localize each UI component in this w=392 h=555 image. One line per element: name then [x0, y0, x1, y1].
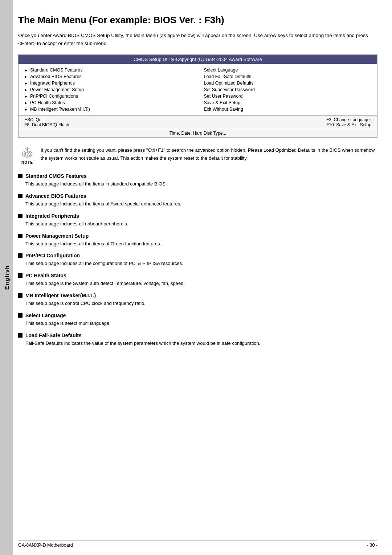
- arrow-icon: ►: [24, 101, 28, 105]
- section-standard-cmos: Standard CMOS Features This setup page i…: [18, 173, 377, 188]
- bullet-icon: [18, 174, 23, 178]
- section-desc-pc-health: This setup page is the System auto detec…: [25, 280, 377, 287]
- bullet-icon: [18, 214, 23, 218]
- bios-footer-right: F3: Change Language F10: Save & Exit Set…: [326, 117, 371, 127]
- arrow-icon: ►: [24, 94, 28, 98]
- bios-footer-left: ESC: Quit F8: Dual BIOS/Q-Flash: [24, 117, 69, 127]
- arrow-icon: ►: [24, 81, 28, 85]
- bios-item-pnp: ►PnP/PCI Configurations: [24, 93, 192, 99]
- svg-point-2: [25, 153, 29, 155]
- bios-bottom: Time, Date, Hard Disk Type...: [19, 129, 377, 137]
- section-desc-standard-cmos: This setup page includes all the items i…: [25, 180, 377, 188]
- bios-item-standard-cmos: ►Standard CMOS Features: [24, 67, 192, 73]
- note-box: NOTE If you can't find the setting you w…: [18, 146, 377, 164]
- bullet-icon: [18, 253, 23, 258]
- bios-screenshot: CMOS Setup Utility-Copyright (C) 1984-20…: [18, 54, 377, 138]
- bios-right-optimized: Load Optimized Defaults: [204, 80, 372, 86]
- section-desc-fail-safe: Fail-Safe Defaults indicates the value o…: [25, 340, 377, 347]
- section-title-mit: MB Intelligent Tweaker(M.I.T.): [18, 293, 377, 298]
- section-power: Power Management Setup This setup page i…: [18, 233, 377, 248]
- footer-left: GA-8ANXP-D Motherboard: [18, 543, 73, 548]
- bios-item-advanced-bios: ►Advanced BIOS Features: [24, 73, 192, 80]
- section-select-lang: Select Language This setup page is selec…: [18, 313, 377, 327]
- bios-footer: ESC: Quit F8: Dual BIOS/Q-Flash F3: Chan…: [19, 115, 377, 129]
- bios-f3: F3: Change Language: [326, 117, 371, 122]
- section-title-fail-safe: Load Fail-Safe Defaults: [18, 332, 377, 338]
- section-desc-advanced-bios: This setup page includes all the items o…: [25, 200, 377, 208]
- bios-item-power: ►Power Management Setup: [24, 86, 192, 93]
- section-title-select-lang: Select Language: [18, 313, 377, 318]
- note-icon-container: NOTE: [18, 146, 36, 164]
- bios-item-mit: ►MB Intelligent Tweaker(M.I.T.): [24, 106, 192, 113]
- sidebar-label: English: [4, 265, 10, 290]
- intro-text: Once you enter Award BIOS CMOS Setup Uti…: [18, 32, 377, 47]
- section-list: Standard CMOS Features This setup page i…: [18, 173, 377, 347]
- section-pc-health: PC Health Status This setup page is the …: [18, 273, 377, 287]
- bios-right-column: Select Language Load Fail-Safe Defaults …: [198, 64, 377, 115]
- bullet-icon: [18, 234, 23, 238]
- bios-left-column: ►Standard CMOS Features ►Advanced BIOS F…: [19, 64, 198, 115]
- section-desc-integrated: This setup page includes all onboard per…: [25, 220, 377, 228]
- page-title: The Main Menu (For example: BIOS Ver. : …: [18, 15, 377, 26]
- bios-f8: F8: Dual BIOS/Q-Flash: [24, 122, 69, 127]
- section-title-advanced-bios: Advanced BIOS Features: [18, 193, 377, 199]
- section-desc-pnp: This setup page includes all the configu…: [25, 260, 377, 268]
- bios-item-integrated: ►Integrated Peripherals: [24, 80, 192, 86]
- bullet-icon: [18, 333, 23, 338]
- note-label: NOTE: [21, 160, 33, 164]
- bullet-icon: [18, 273, 23, 278]
- bios-right-select-lang: Select Language: [204, 67, 372, 73]
- bios-item-pc-health: ►PC Health Status: [24, 99, 192, 106]
- arrow-icon: ►: [24, 68, 28, 72]
- svg-point-4: [27, 147, 28, 148]
- section-desc-select-lang: This setup page is select multi language…: [25, 320, 377, 327]
- bios-right-fail-safe: Load Fail-Safe Defaults: [204, 73, 372, 80]
- section-pnp: PnP/PCI Configuration This setup page in…: [18, 253, 377, 268]
- note-graphic-icon: [20, 146, 34, 160]
- section-title-standard-cmos: Standard CMOS Features: [18, 173, 377, 179]
- section-advanced-bios: Advanced BIOS Features This setup page i…: [18, 193, 377, 208]
- bios-esc-quit: ESC: Quit: [24, 117, 69, 122]
- bios-right-exit-nosave: Exit Without Saving: [204, 106, 372, 113]
- bios-header: CMOS Setup Utility-Copyright (C) 1984-20…: [19, 55, 377, 64]
- footer-right: - 30 -: [367, 543, 377, 548]
- bullet-icon: [18, 293, 23, 298]
- bullet-icon: [18, 313, 23, 318]
- arrow-icon: ►: [24, 75, 28, 79]
- note-text: If you can't find the setting you want, …: [41, 146, 377, 162]
- section-integrated: Integrated Peripherals This setup page i…: [18, 213, 377, 228]
- section-mit: MB Intelligent Tweaker(M.I.T.) This setu…: [18, 293, 377, 307]
- arrow-icon: ►: [24, 107, 28, 111]
- bios-f10: F10: Save & Exit Setup: [326, 122, 371, 127]
- section-fail-safe: Load Fail-Safe Defaults Fail-Safe Defaul…: [18, 332, 377, 347]
- page-footer: GA-8ANXP-D Motherboard - 30 -: [18, 540, 377, 548]
- bios-right-user-pw: Set User Password: [204, 93, 372, 99]
- section-title-integrated: Integrated Peripherals: [18, 213, 377, 219]
- sidebar: English: [0, 0, 13, 555]
- bios-right-save-exit: Save & Exit Setup: [204, 99, 372, 106]
- section-title-power: Power Management Setup: [18, 233, 377, 239]
- section-title-pc-health: PC Health Status: [18, 273, 377, 278]
- bios-right-supervisor: Set Supervisor Password: [204, 86, 372, 93]
- bios-body: ►Standard CMOS Features ►Advanced BIOS F…: [19, 64, 377, 115]
- section-title-pnp: PnP/PCI Configuration: [18, 253, 377, 258]
- arrow-icon: ►: [24, 88, 28, 92]
- section-desc-power: This setup page includes all the items o…: [25, 240, 377, 248]
- section-desc-mit: This setup page is control CPU clock and…: [25, 300, 377, 307]
- main-content: The Main Menu (For example: BIOS Ver. : …: [18, 0, 377, 374]
- bullet-icon: [18, 194, 23, 198]
